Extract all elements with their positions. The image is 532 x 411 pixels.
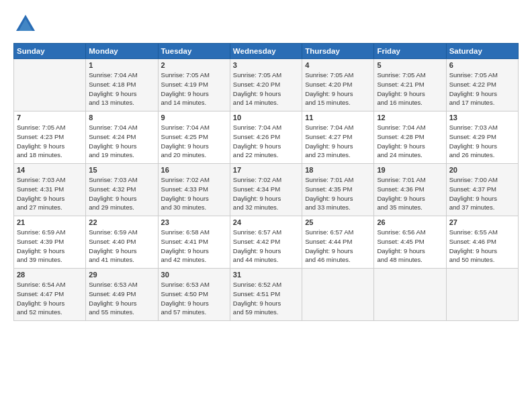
calendar-cell: 10Sunrise: 7:04 AMSunset: 4:26 PMDayligh… (230, 111, 302, 164)
day-info: Sunrise: 6:56 AMSunset: 4:45 PMDaylight:… (377, 228, 443, 265)
header-day: Sunday (14, 44, 86, 59)
day-info: Sunrise: 7:03 AMSunset: 4:32 PMDaylight:… (89, 175, 154, 212)
calendar-cell: 11Sunrise: 7:04 AMSunset: 4:27 PMDayligh… (302, 111, 374, 164)
day-info: Sunrise: 7:02 AMSunset: 4:33 PMDaylight:… (161, 175, 227, 212)
header-day: Thursday (302, 44, 374, 59)
calendar-cell: 21Sunrise: 6:59 AMSunset: 4:39 PMDayligh… (14, 216, 86, 269)
day-number: 1 (89, 61, 154, 69)
day-number: 23 (161, 218, 227, 226)
day-number: 12 (377, 113, 443, 122)
calendar-cell: 4Sunrise: 7:05 AMSunset: 4:20 PMDaylight… (302, 59, 374, 111)
day-number: 9 (161, 113, 227, 122)
day-info: Sunrise: 7:05 AMSunset: 4:23 PMDaylight:… (17, 123, 83, 160)
day-number: 16 (161, 166, 227, 174)
day-number: 18 (305, 166, 371, 174)
day-number: 30 (161, 271, 227, 279)
header-day: Friday (374, 44, 446, 59)
calendar-cell: 7Sunrise: 7:05 AMSunset: 4:23 PMDaylight… (14, 111, 86, 164)
day-info: Sunrise: 7:00 AMSunset: 4:37 PMDaylight:… (449, 175, 515, 212)
day-number: 5 (377, 61, 443, 69)
calendar-cell: 29Sunrise: 6:53 AMSunset: 4:49 PMDayligh… (86, 269, 158, 321)
calendar-week-row: 7Sunrise: 7:05 AMSunset: 4:23 PMDaylight… (14, 111, 519, 164)
calendar-header: SundayMondayTuesdayWednesdayThursdayFrid… (14, 44, 519, 59)
calendar-cell: 24Sunrise: 6:57 AMSunset: 4:42 PMDayligh… (230, 216, 302, 269)
day-number: 22 (89, 218, 154, 226)
calendar-cell: 14Sunrise: 7:03 AMSunset: 4:31 PMDayligh… (14, 164, 86, 216)
calendar-cell: 5Sunrise: 7:05 AMSunset: 4:21 PMDaylight… (374, 59, 446, 111)
page: SundayMondayTuesdayWednesdayThursdayFrid… (0, 0, 532, 411)
header (13, 12, 519, 36)
calendar-week-row: 1Sunrise: 7:04 AMSunset: 4:18 PMDaylight… (14, 59, 519, 111)
day-info: Sunrise: 6:59 AMSunset: 4:39 PMDaylight:… (17, 228, 83, 265)
day-number: 8 (89, 113, 154, 122)
day-number: 21 (17, 218, 83, 226)
day-number: 20 (449, 166, 515, 174)
day-info: Sunrise: 7:04 AMSunset: 4:26 PMDaylight:… (233, 123, 299, 160)
calendar-cell: 9Sunrise: 7:04 AMSunset: 4:25 PMDaylight… (158, 111, 230, 164)
day-info: Sunrise: 7:04 AMSunset: 4:28 PMDaylight:… (377, 123, 443, 160)
day-info: Sunrise: 6:53 AMSunset: 4:50 PMDaylight:… (161, 280, 227, 317)
calendar-cell: 16Sunrise: 7:02 AMSunset: 4:33 PMDayligh… (158, 164, 230, 216)
calendar-week-row: 21Sunrise: 6:59 AMSunset: 4:39 PMDayligh… (14, 216, 519, 269)
logo-icon (13, 12, 38, 36)
calendar-body: 1Sunrise: 7:04 AMSunset: 4:18 PMDaylight… (14, 59, 519, 321)
day-info: Sunrise: 7:05 AMSunset: 4:20 PMDaylight:… (305, 71, 371, 107)
calendar-cell: 22Sunrise: 6:59 AMSunset: 4:40 PMDayligh… (86, 216, 158, 269)
day-info: Sunrise: 7:05 AMSunset: 4:21 PMDaylight:… (377, 71, 443, 107)
logo (13, 12, 40, 36)
calendar-week-row: 28Sunrise: 6:54 AMSunset: 4:47 PMDayligh… (14, 269, 519, 321)
calendar-cell: 19Sunrise: 7:01 AMSunset: 4:36 PMDayligh… (374, 164, 446, 216)
day-info: Sunrise: 7:01 AMSunset: 4:36 PMDaylight:… (377, 175, 443, 212)
day-number: 3 (233, 61, 299, 69)
day-info: Sunrise: 7:05 AMSunset: 4:19 PMDaylight:… (161, 71, 227, 107)
day-number: 2 (161, 61, 227, 69)
day-info: Sunrise: 7:03 AMSunset: 4:29 PMDaylight:… (449, 123, 515, 160)
day-info: Sunrise: 6:58 AMSunset: 4:41 PMDaylight:… (161, 228, 227, 265)
day-info: Sunrise: 6:54 AMSunset: 4:47 PMDaylight:… (17, 280, 83, 317)
calendar-cell: 31Sunrise: 6:52 AMSunset: 4:51 PMDayligh… (230, 269, 302, 321)
day-number: 10 (233, 113, 299, 122)
header-day: Tuesday (158, 44, 230, 59)
calendar-cell: 3Sunrise: 7:05 AMSunset: 4:20 PMDaylight… (230, 59, 302, 111)
day-number: 29 (89, 271, 154, 279)
day-info: Sunrise: 6:52 AMSunset: 4:51 PMDaylight:… (233, 280, 299, 317)
day-number: 27 (449, 218, 515, 226)
calendar-cell: 23Sunrise: 6:58 AMSunset: 4:41 PMDayligh… (158, 216, 230, 269)
calendar-cell: 1Sunrise: 7:04 AMSunset: 4:18 PMDaylight… (86, 59, 158, 111)
calendar-cell: 18Sunrise: 7:01 AMSunset: 4:35 PMDayligh… (302, 164, 374, 216)
calendar-cell: 8Sunrise: 7:04 AMSunset: 4:24 PMDaylight… (86, 111, 158, 164)
day-info: Sunrise: 7:05 AMSunset: 4:22 PMDaylight:… (449, 71, 515, 107)
day-number: 31 (233, 271, 299, 279)
day-number: 19 (377, 166, 443, 174)
calendar-cell: 6Sunrise: 7:05 AMSunset: 4:22 PMDaylight… (446, 59, 518, 111)
day-info: Sunrise: 6:59 AMSunset: 4:40 PMDaylight:… (89, 228, 154, 265)
calendar-cell: 12Sunrise: 7:04 AMSunset: 4:28 PMDayligh… (374, 111, 446, 164)
day-info: Sunrise: 6:55 AMSunset: 4:46 PMDaylight:… (449, 228, 515, 265)
calendar-week-row: 14Sunrise: 7:03 AMSunset: 4:31 PMDayligh… (14, 164, 519, 216)
calendar-cell: 20Sunrise: 7:00 AMSunset: 4:37 PMDayligh… (446, 164, 518, 216)
day-number: 4 (305, 61, 371, 69)
calendar-cell: 2Sunrise: 7:05 AMSunset: 4:19 PMDaylight… (158, 59, 230, 111)
day-number: 6 (449, 61, 515, 69)
calendar-cell: 25Sunrise: 6:57 AMSunset: 4:44 PMDayligh… (302, 216, 374, 269)
day-number: 26 (377, 218, 443, 226)
calendar-cell: 17Sunrise: 7:02 AMSunset: 4:34 PMDayligh… (230, 164, 302, 216)
day-number: 14 (17, 166, 83, 174)
day-info: Sunrise: 6:57 AMSunset: 4:44 PMDaylight:… (305, 228, 371, 265)
day-info: Sunrise: 7:04 AMSunset: 4:27 PMDaylight:… (305, 123, 371, 160)
day-number: 15 (89, 166, 154, 174)
calendar-table: SundayMondayTuesdayWednesdayThursdayFrid… (13, 43, 519, 321)
header-day: Wednesday (230, 44, 302, 59)
calendar-cell: 27Sunrise: 6:55 AMSunset: 4:46 PMDayligh… (446, 216, 518, 269)
calendar-cell: 26Sunrise: 6:56 AMSunset: 4:45 PMDayligh… (374, 216, 446, 269)
day-number: 13 (449, 113, 515, 122)
day-info: Sunrise: 7:05 AMSunset: 4:20 PMDaylight:… (233, 71, 299, 107)
calendar-cell (446, 269, 518, 321)
day-info: Sunrise: 7:03 AMSunset: 4:31 PMDaylight:… (17, 175, 83, 212)
header-row: SundayMondayTuesdayWednesdayThursdayFrid… (14, 44, 519, 59)
day-number: 24 (233, 218, 299, 226)
calendar-cell: 28Sunrise: 6:54 AMSunset: 4:47 PMDayligh… (14, 269, 86, 321)
day-info: Sunrise: 7:01 AMSunset: 4:35 PMDaylight:… (305, 175, 371, 212)
day-info: Sunrise: 7:04 AMSunset: 4:18 PMDaylight:… (89, 71, 154, 107)
calendar-cell: 15Sunrise: 7:03 AMSunset: 4:32 PMDayligh… (86, 164, 158, 216)
